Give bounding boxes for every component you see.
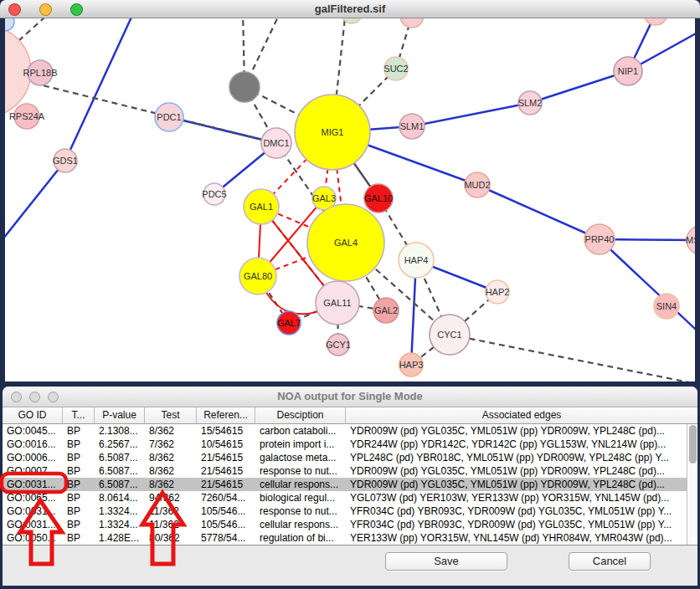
table-cell: BP [63,531,95,545]
table-row[interactable]: GO:0007...BP6.5087...8/36221/54615respon… [3,464,697,478]
table-cell: 94/362 [145,491,197,504]
table-cell: regulation of bi... [255,531,346,545]
column-header-3[interactable]: Test [145,407,197,423]
graph-node-label: RPL18B [23,68,58,78]
noa-table-body[interactable]: GO:0045...BP2.1308...8/36215/54615carbon… [3,424,697,545]
graph-node-label: DMC1 [263,138,289,148]
table-cell: 8/362 [145,451,197,464]
table-cell: YDR009W (pd) YGL035C, YML051W (pp) YDR00… [346,478,697,491]
column-header-6[interactable]: Associated edges [346,407,697,423]
noa-window-titlebar[interactable]: NOA output for Single Mode [3,387,697,407]
zoom-icon[interactable] [70,3,83,16]
graph-node-label: HAP2 [486,287,510,297]
vertical-scrollbar[interactable] [687,424,697,545]
graph-node-label: NIP1 [618,66,638,76]
table-cell: GO:0065... [3,491,63,504]
graph-node-label: SUC2 [383,64,408,74]
table-cell: 5778/54... [197,531,255,545]
graph-node-label: GAL80 [244,271,272,281]
table-cell: protein import i... [255,438,346,451]
network-window-title: galFiltered.sif [0,0,700,18]
column-header-1[interactable]: T... [63,407,95,423]
noa-output-window: NOA output for Single Mode GO IDT...P-va… [3,387,697,586]
graph-node-label: RPS24A [9,111,45,121]
graph-node-toppink[interactable] [644,18,667,25]
graph-edge [450,335,695,382]
graph-node-label: PDC5 [202,189,226,199]
table-cell: BP [63,424,95,438]
graph-node-label: MUD2 [464,180,490,190]
network-window-titlebar[interactable]: galFiltered.sif [0,0,700,18]
table-cell: response to nut... [255,464,346,478]
graph-node-label: GAL7 [277,318,301,328]
table-cell: 105/546... [197,518,255,531]
table-cell: YFR034C (pd) YBR093C, YDR009W (pd) YGL03… [346,518,697,531]
zoom-icon[interactable] [48,392,59,402]
column-header-0[interactable]: GO ID [3,407,63,423]
table-cell: 8.0614... [95,491,145,504]
table-cell: BP [63,478,95,491]
close-icon[interactable] [8,3,21,16]
table-cell: cellular respons... [255,478,346,491]
graph-node-label: GAL4 [334,238,358,248]
column-header-4[interactable]: Referen... [197,407,255,423]
cancel-button[interactable]: Cancel [569,552,651,571]
table-row[interactable]: GO:0031...BP1.3324...11/362105/546...res… [3,504,697,518]
table-row[interactable]: GO:0031...BP6.5087...8/36221/54615cellul… [3,478,697,491]
table-cell: GO:0050... [3,531,63,545]
table-cell: BP [63,504,95,518]
graph-node-label: HAP3 [399,360,424,370]
table-cell: BP [63,451,95,464]
table-cell: GO:0031... [3,518,63,531]
network-graph[interactable]: RPL18BRPS24AGDS1PDC1MIG1DMC1PDC5SUC2SLM1… [5,18,695,382]
graph-node-label: SIN4 [656,301,677,311]
graph-node-toppink2[interactable] [400,18,424,28]
table-cell: 6.5087... [95,451,145,464]
table-cell: carbon cataboli... [255,424,346,438]
noa-window-title: NOA output for Single Mode [3,387,697,407]
table-cell: biological regul... [255,491,346,504]
graph-node-gray-node[interactable] [229,72,260,102]
table-cell: 11/362 [145,518,197,531]
close-icon[interactable] [11,392,22,402]
graph-edge [412,103,530,126]
graph-node-label: MIG1 [322,127,344,137]
table-cell: GO:0031... [3,504,63,518]
graph-node-label: PRP40 [585,234,615,244]
table-row[interactable]: GO:0006...BP6.5087...8/36221/54615galact… [3,451,697,464]
table-row[interactable]: GO:0045...BP2.1308...8/36215/54615carbon… [3,424,697,438]
noa-table-header[interactable]: GO IDT...P-valueTestReferen...Desciption… [3,407,697,424]
graph-node-label: GAL3 [312,193,336,203]
table-row[interactable]: GO:0050...BP1.428E...80/3625778/54...reg… [3,531,697,545]
traffic-lights [8,3,83,17]
graph-node-corner[interactable] [5,18,14,31]
table-cell: BP [63,464,95,478]
save-button[interactable]: Save [385,552,507,571]
noa-traffic-lights [11,392,59,402]
table-row[interactable]: GO:0031...BP1.3324...11/362105/546...cel… [3,518,697,531]
table-cell: 21/54615 [197,451,255,464]
graph-node-label: GCY1 [326,340,351,350]
table-cell: 105/546... [197,504,255,518]
graph-edge [530,71,628,103]
column-header-5[interactable]: Desciption [255,407,346,423]
table-cell: 1.3324... [95,518,145,531]
minimize-icon[interactable] [39,3,52,16]
graph-node-label: GAL1 [250,202,273,212]
minimize-icon[interactable] [29,392,40,402]
graph-node-label: SLM2 [518,98,543,108]
table-cell: 6.5087... [95,464,145,478]
graph-node-label: PDC1 [157,112,181,122]
graph-node-label: GDS1 [53,156,78,166]
table-cell: 7260/54... [197,491,255,504]
graph-node-label: GAL10 [364,193,393,203]
table-cell: 1.428E... [95,531,145,545]
scrollbar-thumb[interactable] [689,425,697,464]
table-row[interactable]: GO:0065...BP8.0614...94/3627260/54...bio… [3,491,697,504]
table-cell: galactose meta... [255,451,346,464]
network-canvas[interactable]: RPL18BRPS24AGDS1PDC1MIG1DMC1PDC5SUC2SLM1… [5,18,695,382]
table-cell: 11/362 [145,504,197,518]
table-cell: 6.2567... [95,438,145,451]
column-header-2[interactable]: P-value [95,407,145,423]
table-row[interactable]: GO:0016...BP6.2567...7/36210/54615protei… [3,438,697,451]
